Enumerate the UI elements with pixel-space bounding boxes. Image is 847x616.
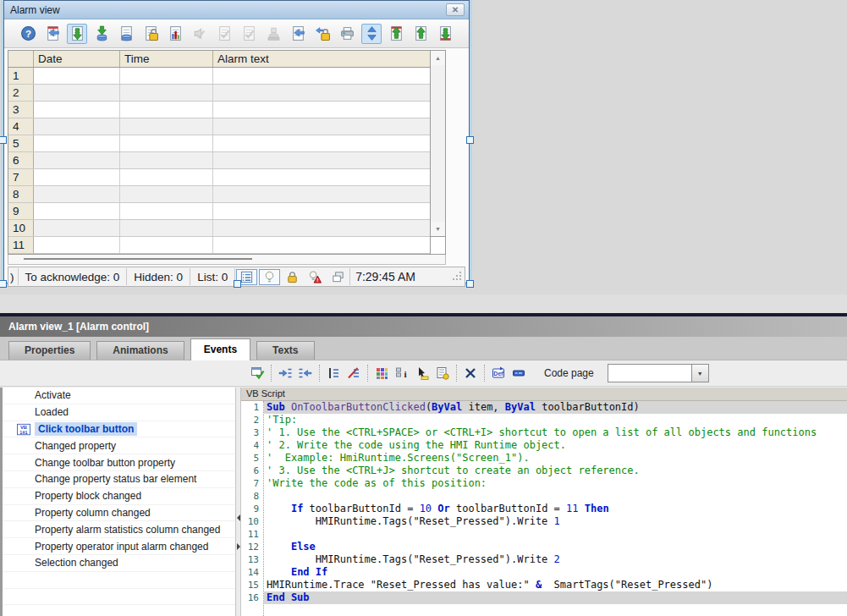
- alarm-cell[interactable]: [34, 203, 120, 219]
- tab-animations[interactable]: Animations: [96, 341, 184, 360]
- selection-handle[interactable]: [234, 280, 241, 288]
- alarm-row[interactable]: 8: [8, 186, 445, 203]
- lock-icon[interactable]: [282, 269, 303, 285]
- export-message-icon[interactable]: [42, 24, 63, 44]
- scroll-first-icon[interactable]: [386, 24, 406, 44]
- alarm-cell[interactable]: [213, 186, 445, 202]
- chevron-down-icon[interactable]: ▼: [691, 365, 708, 382]
- alarm-cell[interactable]: [213, 118, 445, 135]
- event-item-change-toolbar-button-property[interactable]: Change toolbar button property: [3, 454, 235, 471]
- row-number-cell[interactable]: 5: [8, 135, 34, 151]
- alarm-cell[interactable]: [34, 85, 120, 101]
- snippet-icon[interactable]: [509, 363, 529, 383]
- alarm-cell[interactable]: [213, 220, 445, 236]
- event-item-activate[interactable]: Activate: [3, 388, 235, 404]
- close-icon[interactable]: ✕: [446, 3, 465, 16]
- alarm-cell[interactable]: [213, 135, 445, 151]
- alarm-cell[interactable]: [213, 237, 445, 253]
- event-item-changed-property[interactable]: Changed property: [3, 437, 235, 454]
- event-item-change-property-status-bar-element[interactable]: Change property status bar element: [3, 471, 235, 488]
- alarm-cell[interactable]: [34, 135, 120, 151]
- alarm-cell[interactable]: [120, 203, 213, 219]
- code-line-16[interactable]: 16End Sub: [241, 591, 847, 604]
- row-number-cell[interactable]: 8: [8, 186, 34, 202]
- sort-icon[interactable]: [361, 24, 382, 44]
- code-line-2[interactable]: 2'Tip:: [241, 414, 847, 426]
- alarm-cell[interactable]: [34, 102, 120, 118]
- lock-unlock-icon[interactable]: [312, 24, 333, 44]
- column-header[interactable]: Date: [34, 51, 120, 67]
- lock-display-icon[interactable]: [140, 24, 161, 44]
- alarm-cell[interactable]: [213, 102, 445, 118]
- code-line-12[interactable]: 12 Else: [241, 541, 847, 553]
- cursor-mark-icon[interactable]: [412, 363, 432, 383]
- alarm-cell[interactable]: [213, 68, 445, 84]
- row-number-cell[interactable]: 11: [8, 237, 34, 253]
- alarm-cell[interactable]: [34, 68, 120, 84]
- code-line-5[interactable]: 5' Example: HmiRuntime.Screens("Screen_1…: [241, 452, 847, 465]
- event-item-loaded[interactable]: Loaded: [3, 404, 235, 421]
- event-item-property-block-changed[interactable]: Property block changed: [3, 488, 235, 505]
- resize-grip-icon[interactable]: [453, 271, 462, 283]
- alarm-row[interactable]: 5: [8, 135, 445, 152]
- database-icon[interactable]: [116, 24, 136, 44]
- alarm-row[interactable]: 3: [8, 102, 445, 118]
- selection-handle[interactable]: [466, 280, 474, 288]
- code-line-14[interactable]: 14 End If: [241, 566, 847, 579]
- alarm-row[interactable]: 6: [8, 152, 445, 169]
- code-line-6[interactable]: 6' 3. Use the <CTRL+J> shortcut to creat…: [241, 465, 847, 477]
- alarm-cell[interactable]: [213, 169, 445, 185]
- selection-handle[interactable]: [0, 280, 7, 288]
- selection-handle[interactable]: [466, 136, 474, 144]
- print-icon[interactable]: [337, 24, 357, 44]
- code-line-10[interactable]: 10 HMIRuntime.Tags("Reset_Pressed").Writ…: [241, 515, 847, 528]
- code-line-9[interactable]: 9 If toolbarButtonId = 10 Or toolbarButt…: [241, 503, 847, 515]
- symbol-grid-icon[interactable]: [371, 363, 392, 383]
- alarm-cell[interactable]: [120, 118, 213, 135]
- alarm-table[interactable]: DateTimeAlarm text1234567891011 ▲ ▼: [8, 50, 446, 255]
- help-icon[interactable]: ?: [18, 24, 38, 44]
- bulb-icon[interactable]: [259, 269, 280, 285]
- alarm-cell[interactable]: [120, 102, 213, 118]
- alarm-row[interactable]: 1: [8, 68, 445, 85]
- ident-info-icon[interactable]: i: [392, 363, 412, 383]
- row-number-cell[interactable]: 2: [8, 85, 34, 101]
- alarm-cell[interactable]: [213, 152, 445, 168]
- delete-icon[interactable]: [460, 363, 481, 383]
- column-header[interactable]: Time: [120, 51, 213, 67]
- code-line-7[interactable]: 7'Write the code as of this position:: [241, 477, 847, 490]
- code-line-4[interactable]: 4' 2. Write the code using the HMI Runti…: [241, 439, 847, 452]
- alarm-row[interactable]: 11: [8, 237, 445, 254]
- collapse-left-icon[interactable]: [237, 514, 240, 521]
- code-area[interactable]: 1Sub OnToolbarButtonClicked(ByVal item, …: [241, 401, 847, 616]
- alarm-cell[interactable]: [120, 169, 213, 185]
- horizontal-scrollbar[interactable]: [8, 255, 446, 265]
- statistics-icon[interactable]: [165, 24, 185, 44]
- windows-icon[interactable]: [327, 269, 349, 285]
- code-page-select[interactable]: ▼: [608, 364, 709, 382]
- alarm-cell[interactable]: [34, 152, 120, 168]
- alarm-cell[interactable]: [120, 85, 213, 101]
- alarm-cell[interactable]: [120, 135, 213, 151]
- row-number-cell[interactable]: 9: [8, 203, 34, 219]
- code-line-8[interactable]: 8: [241, 490, 847, 503]
- alarm-cell[interactable]: [34, 186, 120, 202]
- row-number-cell[interactable]: 7: [8, 169, 34, 185]
- event-item-property-column-changed[interactable]: Property column changed: [3, 505, 235, 522]
- import-message-icon[interactable]: [288, 24, 308, 44]
- scroll-down-arrow-icon[interactable]: ▼: [431, 222, 445, 236]
- alarm-cell[interactable]: [34, 169, 120, 185]
- alarm-cell[interactable]: [213, 85, 445, 101]
- row-number-cell[interactable]: 10: [8, 220, 34, 236]
- collapse-right-icon[interactable]: [237, 543, 240, 550]
- row-number-cell[interactable]: 4: [8, 118, 34, 135]
- tab-events[interactable]: Events: [190, 338, 250, 360]
- alarm-row[interactable]: 10: [8, 220, 445, 237]
- indent-icon[interactable]: [275, 363, 295, 383]
- alarm-view-window[interactable]: Alarm view ✕ ? DateTimeAlarm text1234567…: [3, 0, 470, 283]
- event-item-selection-changed[interactable]: Selection changed: [3, 555, 235, 572]
- code-line-3[interactable]: 3' 1. Use the <CTRL+SPACE> or <CTRL+I> s…: [241, 426, 847, 439]
- code-line-13[interactable]: 13 HMIRuntime.Tags("Reset_Pressed").Writ…: [241, 553, 847, 566]
- row-number-cell[interactable]: 6: [8, 152, 34, 168]
- alarm-cell[interactable]: [34, 220, 120, 236]
